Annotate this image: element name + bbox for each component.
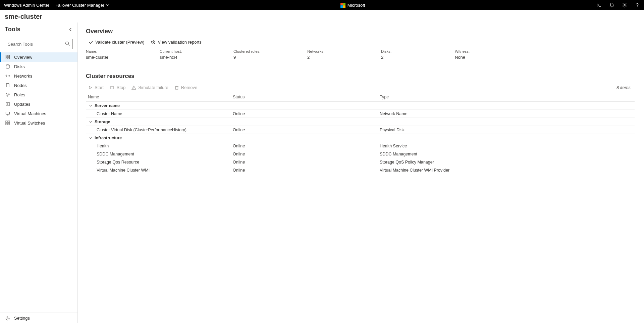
context-dropdown[interactable]: Failover Cluster Manager (55, 3, 109, 8)
resource-row[interactable]: HealthOnlineHealth Service (86, 142, 635, 150)
sidebar-item-updates[interactable]: Updates (0, 99, 77, 109)
resource-row[interactable]: Cluster NameOnlineNetwork Name (86, 110, 635, 118)
sidebar-item-virtual-switches[interactable]: Virtual Switches (0, 118, 77, 128)
svg-rect-20 (6, 123, 7, 125)
resource-group[interactable]: Server name (86, 102, 635, 110)
start-button[interactable]: Start (88, 85, 104, 90)
validate-cluster-button[interactable]: Validate cluster (Preview) (89, 40, 144, 45)
collapse-sidebar-icon[interactable] (68, 27, 73, 32)
resource-type: Storage QoS Policy Manager (380, 160, 635, 165)
svg-rect-28 (175, 87, 178, 89)
chevron-down-icon (106, 3, 109, 8)
stat-label: Current host: (160, 49, 225, 53)
settings-label: Settings (14, 316, 30, 321)
resource-group[interactable]: Infrastructure (86, 134, 635, 142)
svg-rect-5 (8, 55, 10, 57)
resource-type: Physical Disk (380, 128, 635, 132)
svg-rect-18 (6, 121, 7, 123)
stat-value: 2 (307, 55, 373, 60)
stat-value: sme-hci4 (160, 55, 225, 60)
resource-row[interactable]: SDDC ManagementOnlineSDDC Management (86, 150, 635, 158)
resource-type: SDDC Management (380, 152, 635, 156)
node-icon (5, 83, 10, 88)
stat-label: Disks: (381, 49, 447, 53)
content: Overview Validate cluster (Preview) View… (78, 22, 644, 323)
resource-status: Online (233, 168, 380, 173)
svg-rect-6 (6, 57, 8, 59)
resource-name: Virtual Machine Cluster WMI (97, 168, 150, 173)
svg-rect-4 (6, 55, 8, 57)
col-status[interactable]: Status (233, 95, 380, 99)
trash-icon (174, 85, 179, 90)
search-tools-input[interactable] (5, 39, 73, 49)
sidebar-settings[interactable]: Settings (0, 313, 77, 323)
svg-rect-11 (6, 84, 9, 87)
sidebar-item-disks[interactable]: Disks (0, 62, 77, 71)
remove-button[interactable]: Remove (174, 85, 197, 90)
sidebar-item-virtual-machines[interactable]: Virtual Machines (0, 109, 77, 118)
sidebar-item-roles[interactable]: Roles (0, 90, 77, 99)
stat-clustered-roles-: Clustered roles:9 (233, 49, 307, 60)
stop-icon (110, 85, 114, 90)
sidebar-item-overview[interactable]: Overview (0, 52, 77, 62)
simulate-failure-button[interactable]: Simulate failure (131, 85, 168, 90)
notifications-icon[interactable] (609, 2, 614, 8)
sidebar: Tools OverviewDisksNetworksNodesRolesUpd… (0, 22, 78, 323)
col-name[interactable]: Name (86, 95, 233, 99)
svg-rect-7 (8, 57, 10, 59)
stat-label: Name: (86, 49, 152, 53)
cluster-title: sme-cluster (0, 10, 644, 22)
topbar: Windows Admin Center Failover Cluster Ma… (0, 0, 644, 10)
history-icon (151, 40, 156, 45)
svg-line-3 (68, 45, 69, 46)
resource-name: Cluster Name (97, 111, 122, 116)
stat-disks-: Disks:2 (381, 49, 455, 60)
resource-name: SDDC Management (97, 152, 134, 156)
view-validation-reports-button[interactable]: View validation reports (151, 40, 202, 45)
microsoft-logo-icon (340, 3, 345, 8)
sidebar-item-label: Virtual Switches (14, 121, 45, 126)
powershell-icon[interactable] (596, 2, 602, 8)
table-header: Name Status Type (86, 93, 635, 102)
gear-icon (5, 316, 10, 321)
col-type[interactable]: Type (380, 95, 635, 99)
stop-button[interactable]: Stop (110, 85, 125, 90)
tools-heading: Tools (5, 26, 20, 33)
resource-row[interactable]: Virtual Machine Cluster WMIOnlineVirtual… (86, 166, 635, 174)
sidebar-item-label: Updates (14, 102, 30, 107)
vm-icon (5, 111, 10, 116)
stat-current-host-: Current host:sme-hci4 (160, 49, 233, 60)
sidebar-item-networks[interactable]: Networks (0, 71, 77, 81)
play-icon (88, 85, 93, 90)
gear-icon (5, 92, 10, 97)
help-icon[interactable]: ? (635, 2, 640, 8)
resource-name: Storage Qos Resource (97, 160, 139, 165)
resource-status: Online (233, 144, 380, 148)
svg-rect-24 (111, 86, 113, 89)
resource-name: Cluster Virtual Disk (ClusterPerformance… (97, 128, 186, 132)
resource-status: Online (233, 128, 380, 132)
resource-row[interactable]: Cluster Virtual Disk (ClusterPerformance… (86, 126, 635, 134)
svg-rect-15 (6, 112, 10, 114)
switch-icon (5, 121, 10, 125)
resource-type: Network Name (380, 111, 635, 116)
group-name: Infrastructure (95, 136, 122, 140)
sidebar-item-label: Virtual Machines (14, 111, 46, 116)
dashboard-icon (5, 55, 10, 59)
sidebar-item-label: Networks (14, 74, 32, 79)
chevron-down-icon (89, 120, 93, 124)
settings-icon[interactable] (622, 2, 627, 8)
items-count: 8 items (616, 85, 631, 90)
resource-status: Online (233, 111, 380, 116)
sidebar-item-label: Disks (14, 64, 25, 69)
product-name[interactable]: Windows Admin Center (4, 3, 49, 8)
chevron-down-icon (89, 104, 93, 108)
warning-icon (131, 85, 136, 90)
resource-type: Virtual Machine Cluster WMI Provider (380, 168, 635, 173)
sidebar-item-nodes[interactable]: Nodes (0, 81, 77, 90)
group-name: Storage (95, 120, 110, 124)
svg-point-2 (66, 42, 69, 45)
svg-point-27 (134, 89, 134, 89)
resource-row[interactable]: Storage Qos ResourceOnlineStorage QoS Po… (86, 158, 635, 166)
resource-group[interactable]: Storage (86, 118, 635, 126)
